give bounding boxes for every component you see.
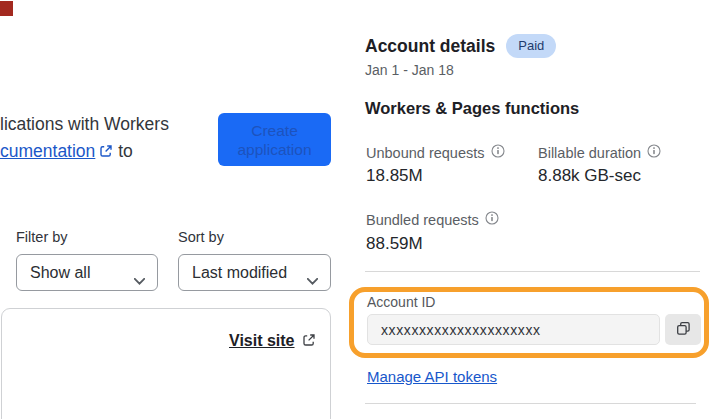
sort-select-value: Last modified bbox=[192, 264, 287, 282]
filter-select[interactable]: Show all bbox=[16, 254, 158, 291]
divider bbox=[365, 403, 696, 404]
workers-pages-functions-title: Workers & Pages functions bbox=[365, 99, 579, 118]
visit-site-link[interactable]: Visit site bbox=[229, 332, 316, 351]
billable-duration-label: Billable duration bbox=[538, 144, 661, 161]
account-id-label: Account ID bbox=[367, 294, 435, 310]
account-details-title: Account details bbox=[365, 36, 495, 57]
intro-line1: lications with Workers bbox=[0, 111, 225, 138]
divider bbox=[365, 271, 700, 272]
workers-overview-page: lications with Workers cumentation to Cr… bbox=[0, 0, 718, 419]
copy-icon bbox=[676, 321, 691, 339]
stat-label-text: Billable duration bbox=[538, 145, 641, 161]
red-corner-marker bbox=[0, 1, 13, 16]
documentation-link[interactable]: cumentation bbox=[0, 141, 95, 161]
create-application-label-line1: Create bbox=[251, 122, 298, 139]
sort-select[interactable]: Last modified bbox=[178, 254, 331, 291]
external-link-icon bbox=[99, 139, 113, 166]
unbound-requests-label: Unbound requests bbox=[366, 144, 505, 161]
info-icon[interactable] bbox=[647, 144, 661, 161]
sort-by-label: Sort by bbox=[178, 229, 224, 245]
billable-duration-value: 8.88k GB-sec bbox=[538, 166, 641, 186]
account-details-header: Account details Paid bbox=[365, 34, 556, 58]
account-id-input[interactable] bbox=[367, 314, 660, 345]
intro-line2: cumentation to bbox=[0, 138, 225, 166]
unbound-requests-value: 18.85M bbox=[366, 166, 423, 186]
bundled-requests-value: 88.59M bbox=[366, 234, 423, 254]
date-range: Jan 1 - Jan 18 bbox=[365, 62, 454, 78]
manage-api-tokens-link[interactable]: Manage API tokens bbox=[367, 368, 497, 385]
project-card bbox=[1, 308, 331, 419]
intro-suffix: to bbox=[113, 141, 132, 161]
plan-badge: Paid bbox=[506, 34, 556, 58]
external-link-icon bbox=[302, 333, 316, 351]
filter-by-label: Filter by bbox=[16, 229, 68, 245]
filter-select-value: Show all bbox=[30, 264, 90, 282]
stat-label-text: Bundled requests bbox=[366, 212, 479, 228]
visit-site-label: Visit site bbox=[229, 332, 295, 349]
chevron-down-icon bbox=[307, 271, 318, 289]
intro-text: lications with Workers cumentation to bbox=[0, 111, 225, 166]
copy-account-id-button[interactable] bbox=[665, 314, 701, 345]
stat-label-text: Unbound requests bbox=[366, 145, 485, 161]
create-application-button[interactable]: Create application bbox=[218, 113, 331, 166]
info-icon[interactable] bbox=[485, 211, 499, 228]
create-application-label-line2: application bbox=[237, 141, 311, 158]
chevron-down-icon bbox=[134, 271, 145, 289]
bundled-requests-label: Bundled requests bbox=[366, 211, 499, 228]
info-icon[interactable] bbox=[491, 144, 505, 161]
